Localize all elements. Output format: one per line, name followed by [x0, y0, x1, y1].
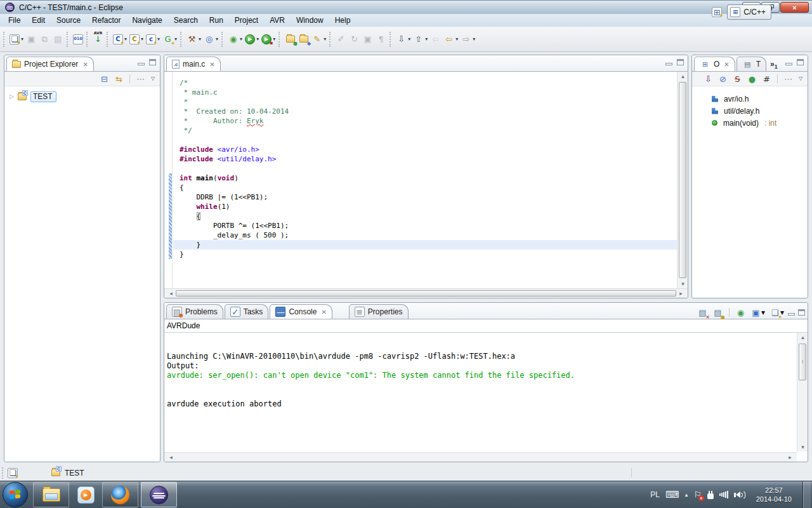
tab-properties[interactable]: ≡Properties [349, 304, 409, 319]
new-c-file-button[interactable]: c✦▾ [145, 32, 161, 47]
open-type-button[interactable]: ● [284, 32, 297, 47]
taskbar-eclipse[interactable] [141, 482, 177, 507]
scroll-up-icon[interactable]: ▴ [678, 73, 688, 79]
taskbar-windows-explorer[interactable] [33, 482, 69, 507]
dropdown-arrow-icon[interactable]: ▾ [124, 36, 127, 42]
scroll-down-icon[interactable]: ▾ [678, 281, 688, 287]
scroll-left-icon[interactable]: ◂ [166, 290, 176, 297]
new-wizard-button[interactable]: ❏✦▾ [8, 32, 25, 47]
editor-horizontal-scrollbar[interactable]: ◂ ▸ [164, 288, 688, 298]
debug-target-button[interactable]: ◎▾ [202, 32, 219, 47]
show-desktop-button[interactable] [802, 481, 811, 508]
open-element-button[interactable]: ◆ [297, 32, 310, 47]
hide-fields-button[interactable]: ⊘ [717, 72, 729, 85]
start-button[interactable] [3, 482, 28, 507]
close-button[interactable]: × [780, 2, 809, 13]
taskbar-windows-media-player[interactable]: ▶ [72, 482, 100, 507]
menu-source[interactable]: Source [51, 15, 86, 26]
save-button[interactable]: ▣ [25, 32, 38, 47]
toggle-mark-occurrences-button[interactable]: ✐ [334, 32, 348, 47]
annotation-ruler[interactable] [164, 72, 173, 288]
maximize-view-icon[interactable] [797, 59, 804, 65]
dropdown-arrow-icon[interactable]: ▾ [256, 36, 259, 42]
scrollbar-thumb[interactable] [176, 290, 676, 297]
menu-run[interactable]: Run [204, 15, 229, 26]
menu-arrow-button[interactable]: ▽ [149, 72, 157, 85]
dropdown-arrow-icon[interactable]: ▾ [473, 36, 475, 42]
console-vertical-scrollbar[interactable]: ▴ ▾ [797, 333, 808, 451]
show-whitespace-button[interactable]: ¶ [374, 32, 388, 47]
last-edit-location-button[interactable]: ⇩▾ [395, 32, 412, 47]
perspective-switcher-cpp[interactable]: ⊞ C/C++ [727, 4, 771, 20]
build-hammer-button[interactable]: ⚒▾ [185, 32, 202, 47]
scroll-lock-button[interactable]: ▤● [712, 306, 724, 319]
menu-search[interactable]: Search [168, 15, 204, 26]
save-all-button[interactable]: ⧉ [38, 32, 51, 47]
run-button[interactable]: ▶▾ [244, 32, 260, 47]
dropdown-arrow-icon[interactable]: ▾ [761, 308, 765, 317]
show-hidden-icons[interactable]: ▴ [685, 491, 688, 498]
hide-inactive-button[interactable]: # [761, 72, 773, 85]
tab-outline[interactable]: ⊞ O ✕ [694, 57, 735, 71]
dropdown-arrow-icon[interactable]: ▾ [273, 36, 275, 42]
print-button[interactable]: ▤ [51, 32, 65, 47]
tab-task-list[interactable]: ▤ T [737, 57, 766, 71]
dropdown-arrow-icon[interactable]: ▾ [425, 36, 428, 42]
next-annotation-button[interactable]: ⇧▾ [412, 32, 429, 47]
tab-project-explorer[interactable]: Project Explorer ✕ [6, 57, 94, 71]
link-with-editor-button[interactable]: ⇆ [113, 72, 125, 85]
menu-file[interactable]: File [3, 15, 26, 26]
dropdown-arrow-icon[interactable]: ▾ [157, 36, 160, 42]
scrollbar-thumb[interactable] [679, 82, 686, 278]
dropdown-arrow-icon[interactable]: ▾ [216, 36, 218, 42]
expand-arrow-icon[interactable]: ▷ [10, 93, 14, 100]
show-source-button[interactable]: ▣ [361, 32, 374, 47]
collapse-all-button[interactable]: ⊟ [98, 72, 110, 85]
refresh-index-button[interactable]: ↻ [348, 32, 361, 47]
console-horizontal-scrollbar[interactable]: ◂ ▸ [164, 452, 797, 462]
dropdown-arrow-icon[interactable]: ▾ [141, 36, 143, 42]
clear-console-button[interactable]: ▤✕ [697, 306, 709, 319]
menu-help[interactable]: Help [329, 15, 357, 26]
scrollbar-thumb[interactable] [799, 344, 806, 380]
tab-main-c[interactable]: .c main.c ✕ [166, 57, 221, 71]
editor-body[interactable]: /* * main.c * * Created on: 10-04-2014 *… [164, 72, 688, 288]
close-icon[interactable]: ✕ [321, 309, 326, 316]
debug-button[interactable]: ◉▾ [226, 32, 244, 47]
maximize-view-icon[interactable] [677, 59, 684, 65]
network-icon[interactable] [719, 491, 728, 499]
binary-file-button[interactable]: 010 [72, 32, 84, 47]
menu-edit[interactable]: Edit [26, 15, 51, 26]
open-perspective-button[interactable]: ⊞✦ [711, 6, 723, 18]
pin-console-button[interactable]: ◉ [735, 306, 747, 319]
outline-item-3[interactable]: main(void) : int [692, 117, 808, 129]
display-selected-console-button[interactable]: ▣▾ [750, 306, 766, 319]
minimize-view-icon[interactable] [138, 63, 145, 65]
dropdown-arrow-icon[interactable]: ▾ [199, 36, 201, 42]
dropdown-arrow-icon[interactable]: ▾ [455, 36, 458, 42]
action-center-icon[interactable]: ⚐× [693, 490, 702, 500]
sort-button[interactable]: ⇩ [702, 72, 714, 85]
search-button[interactable]: ✎▾ [310, 32, 327, 47]
minimize-view-icon[interactable] [665, 63, 672, 65]
menu-project[interactable]: Project [229, 15, 264, 26]
close-icon[interactable]: ✕ [724, 61, 729, 68]
forward-button[interactable]: ⇨▾ [459, 32, 476, 47]
taskbar-firefox[interactable] [102, 482, 138, 507]
outline-item-2[interactable]: util/delay.h [692, 105, 808, 117]
scroll-left-icon[interactable]: ◂ [166, 454, 176, 460]
console-output[interactable]: Launching C:\WinAVR-20100110\bin\avrdude… [164, 333, 797, 451]
dropdown-arrow-icon[interactable]: ▾ [408, 36, 410, 42]
hidden-tabs-chevron[interactable]: »1 [768, 58, 780, 71]
scroll-up-icon[interactable]: ▴ [797, 334, 808, 340]
maximize-view-icon[interactable] [149, 59, 156, 65]
avr-upload-button[interactable]: ↓AVR [91, 32, 105, 47]
close-icon[interactable]: ✕ [209, 61, 214, 68]
keyboard-icon[interactable]: ⌨ [665, 489, 679, 500]
tab-console[interactable]: —Console✕ [270, 304, 332, 319]
maximize-view-icon[interactable] [798, 309, 805, 316]
run-external-tools-button[interactable]: ▶▪▾ [260, 32, 277, 47]
tree-item-test-project[interactable]: ▷ C TEST [7, 90, 157, 103]
editor-vertical-scrollbar[interactable]: ▴ ▾ [677, 72, 688, 288]
view-menu-button[interactable]: ⋯ [782, 72, 794, 85]
